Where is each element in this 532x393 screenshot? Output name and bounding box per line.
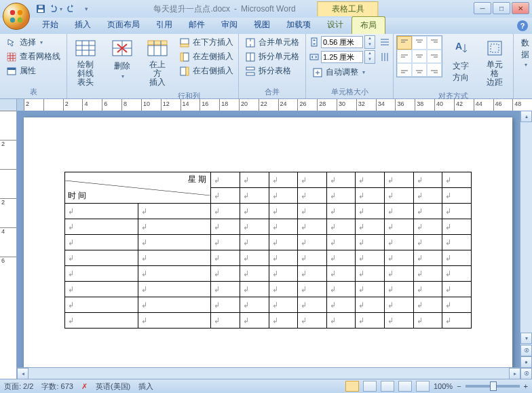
table-cell[interactable]: ↲ [269,219,298,235]
table-cell[interactable]: ↲ [298,313,327,329]
vertical-scrollbar[interactable]: ▴ ▾ ⦿ ● ⦿ [520,111,532,379]
table-cell[interactable]: ↲ [211,313,240,329]
table-cell[interactable]: ↲ [385,313,414,329]
table-cell[interactable]: ↲ [211,235,240,250]
redo-icon[interactable] [64,2,77,16]
tab-审阅[interactable]: 审阅 [213,16,246,34]
table-cell[interactable]: ↲ [385,282,414,297]
table-cell[interactable]: ↲ [269,297,298,313]
tab-引用[interactable]: 引用 [148,16,180,34]
table-cell[interactable]: ↲ [269,282,298,297]
table-cell[interactable]: ↲ [413,204,442,219]
table-cell[interactable]: ↲ [138,266,211,282]
table-cell[interactable]: ↲ [298,188,327,204]
table-cell[interactable]: ↲ [65,204,138,219]
table-cell[interactable]: ↲ [442,297,472,313]
table-cell[interactable]: ↲ [385,266,414,282]
row-height-spinner[interactable]: ▲▼ [364,35,375,49]
alignment-grid[interactable] [396,35,442,77]
select-button[interactable]: 选择▾ [3,35,64,50]
table-cell[interactable]: ↲ [326,188,356,204]
maximize-button[interactable]: □ [493,2,510,14]
split-cells-button[interactable]: 拆分单元格 [242,50,303,64]
table-cell[interactable]: ↲ [326,204,356,219]
table-cell[interactable]: ↲ [326,313,356,329]
diagonal-header-cell[interactable]: 星 期时 间 [65,172,211,204]
next-page-button[interactable]: ⦿ [520,368,532,379]
table-cell[interactable]: ↲ [385,250,414,266]
insert-below-button[interactable]: 在下方插入 [176,35,237,50]
cell-margins-button[interactable]: 单元格 边距 [479,35,510,90]
table-cell[interactable]: ↲ [298,204,327,219]
table-cell[interactable]: ↲ [413,250,442,266]
table-cell[interactable]: ↲ [442,204,472,219]
table-cell[interactable]: ↲ [65,297,138,313]
table-cell[interactable]: ↲ [442,235,472,250]
split-table-button[interactable]: 拆分表格 [242,64,303,78]
table-cell[interactable]: ↲ [240,250,269,266]
vertical-ruler[interactable]: 2246 [0,111,17,379]
table-cell[interactable]: ↲ [211,266,240,282]
tab-页面布局[interactable]: 页面布局 [99,16,148,34]
zoom-level[interactable]: 100% [434,382,453,390]
outline-view-button[interactable] [398,381,412,392]
table-cell[interactable]: ↲ [356,188,385,204]
undo-icon[interactable]: ▾ [49,2,62,16]
table-cell[interactable]: ↲ [269,266,298,282]
table-cell[interactable]: ↲ [65,313,138,329]
table-cell[interactable]: ↲ [413,313,442,329]
table-cell[interactable]: ↲ [138,204,211,219]
gridlines-button[interactable]: 查看网格线 [3,50,64,64]
table-cell[interactable]: ↲ [326,297,356,313]
help-button[interactable]: ? [517,20,528,31]
table-cell[interactable]: ↲ [385,219,414,235]
table-cell[interactable]: ↲ [413,235,442,250]
table-cell[interactable]: ↲ [326,250,356,266]
tab-布局[interactable]: 布局 [352,16,385,34]
table-cell[interactable]: ↲ [211,188,240,204]
schedule-table[interactable]: 星 期时 间↲↲↲↲↲↲↲↲↲↲↲↲↲↲↲↲↲↲↲↲↲↲↲↲↲↲↲↲↲↲↲↲↲↲… [64,172,472,329]
table-cell[interactable]: ↲ [65,235,138,250]
save-icon[interactable] [34,2,48,16]
table-cell[interactable]: ↲ [298,172,327,188]
table-cell[interactable]: ↲ [240,235,269,250]
zoom-slider[interactable] [466,385,520,388]
draw-diagonal-button[interactable]: 绘制 斜线表头 [70,35,101,90]
print-layout-view-button[interactable] [345,381,359,392]
tab-插入[interactable]: 插入 [66,16,99,34]
tab-加载项[interactable]: 加载项 [278,16,319,34]
table-cell[interactable]: ↲ [138,219,211,235]
table-cell[interactable]: ↲ [326,172,356,188]
tab-视图[interactable]: 视图 [246,16,278,34]
table-cell[interactable]: ↲ [240,204,269,219]
table-cell[interactable]: ↲ [211,172,240,188]
table-cell[interactable]: ↲ [269,204,298,219]
insert-above-button[interactable]: 在上方 插入 [142,35,173,90]
table-cell[interactable]: ↲ [356,313,385,329]
scroll-down-button[interactable]: ▾ [520,333,532,344]
table-cell[interactable]: ↲ [211,250,240,266]
scroll-right-button[interactable]: ▸ [509,368,520,379]
table-cell[interactable]: ↲ [138,282,211,297]
distribute-rows-icon[interactable] [379,37,390,48]
table-cell[interactable]: ↲ [240,297,269,313]
spell-check-icon[interactable]: ✗ [81,382,88,391]
zoom-out-button[interactable]: − [457,382,461,390]
table-cell[interactable]: ↲ [385,297,414,313]
table-cell[interactable]: ↲ [413,188,442,204]
table-cell[interactable]: ↲ [65,282,138,297]
table-cell[interactable]: ↲ [269,235,298,250]
table-cell[interactable]: ↲ [298,219,327,235]
table-cell[interactable]: ↲ [442,250,472,266]
table-cell[interactable]: ↲ [413,172,442,188]
table-cell[interactable]: ↲ [138,235,211,250]
browse-object-button[interactable]: ● [520,356,532,368]
merge-cells-button[interactable]: 合并单元格 [242,35,303,50]
close-button[interactable]: ✕ [512,2,529,14]
table-cell[interactable]: ↲ [413,297,442,313]
data-button[interactable]: 数据▾ [516,35,532,70]
text-direction-button[interactable]: A文字方向 [445,35,476,86]
table-cell[interactable]: ↲ [240,172,269,188]
draft-view-button[interactable] [416,381,430,392]
table-cell[interactable]: ↲ [442,188,472,204]
